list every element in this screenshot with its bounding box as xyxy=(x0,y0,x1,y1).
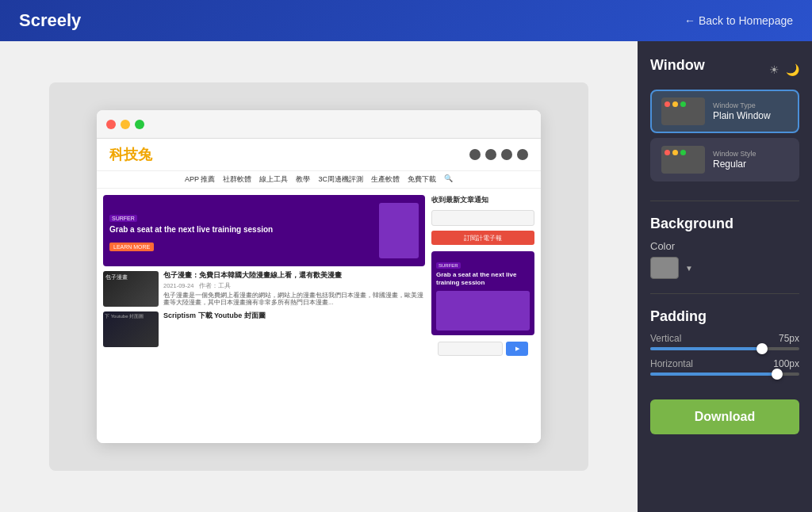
google-search-input[interactable] xyxy=(438,342,503,356)
thumb-dot-red xyxy=(665,101,670,107)
background-section: Background Color ▼ xyxy=(650,216,799,279)
horizontal-slider-thumb[interactable] xyxy=(772,369,783,380)
sb-surfer-badge: SURFER xyxy=(436,262,461,269)
site-social-icons xyxy=(469,149,528,160)
nav-free[interactable]: 免費下載 xyxy=(408,174,436,185)
horizontal-slider-value: 100px xyxy=(773,358,799,369)
sb-title: Grab a seat at the next live training se… xyxy=(436,271,530,288)
window-section: Window ☀ 🌙 Window Type Plain Window xyxy=(650,57,799,186)
sidebar-search-input[interactable] xyxy=(431,210,534,226)
social-icon-3 xyxy=(501,149,512,160)
site-main: SURFER Grab a seat at the next live trai… xyxy=(97,189,541,365)
window-type-option[interactable]: Window Type Plain Window xyxy=(650,90,799,133)
vertical-slider-track[interactable] xyxy=(650,347,799,350)
nav-tools[interactable]: 線上工具 xyxy=(259,174,288,185)
browser-titlebar xyxy=(97,110,541,139)
color-swatch[interactable] xyxy=(650,257,679,279)
site-sidebar: 收到最新文章通知 訂閱計電子報 SURFER Grab a seat at th… xyxy=(431,195,534,359)
site-articles: SURFER Grab a seat at the next live trai… xyxy=(103,195,425,359)
thumb-dot-yellow xyxy=(672,101,678,107)
window-section-header: Window ☀ 🌙 xyxy=(650,57,799,82)
window-section-title: Window xyxy=(650,57,705,74)
nav-social[interactable]: 社群軟體 xyxy=(223,174,251,185)
window-style-option[interactable]: Window Style Regular xyxy=(650,138,799,181)
window-type-label: Window Type xyxy=(713,101,788,109)
site-header: 科技兔 xyxy=(97,139,541,171)
dark-theme-icon[interactable]: 🌙 xyxy=(786,63,799,76)
banner-text: SURFER Grab a seat at the next live trai… xyxy=(109,209,374,252)
main-layout: 科技兔 APP 推薦 社群軟體 線上工具 教學 xyxy=(0,41,812,512)
banner-person-image xyxy=(379,203,419,258)
horizontal-slider-label: Horizontal xyxy=(650,358,693,369)
horizontal-slider-label-row: Horizontal 100px xyxy=(650,358,799,369)
nav-search-icon[interactable]: 🔍 xyxy=(444,174,453,185)
window-style-thumbnail xyxy=(661,146,705,174)
padding-section: Padding Vertical 75px Horizontal 100px xyxy=(650,308,799,384)
article-desc-1: 包子漫畫是一個免費網上看漫畫的網站，網站上的漫畫包括我們日本漫畫，韓國漫畫，歐美… xyxy=(163,292,425,308)
social-icon-1 xyxy=(469,149,481,160)
thumb2-dot-yellow xyxy=(672,150,678,155)
window-style-label: Window Style xyxy=(713,150,788,158)
vertical-slider-fill xyxy=(650,347,762,350)
browser-container: 科技兔 APP 推薦 社群軟體 線上工具 教學 xyxy=(49,82,588,471)
nav-tutorial[interactable]: 教學 xyxy=(296,174,310,185)
social-icon-4 xyxy=(517,149,528,160)
vertical-slider-thumb[interactable] xyxy=(756,343,768,354)
color-dropdown-arrow[interactable]: ▼ xyxy=(685,264,693,273)
minimize-button-dot xyxy=(121,120,130,129)
site-nav: APP 推薦 社群軟體 線上工具 教學 3C周邊機評測 生產軟體 免費下載 🔍 xyxy=(97,171,541,189)
social-icon-2 xyxy=(485,149,496,160)
window-type-info: Window Type Plain Window xyxy=(713,101,788,121)
nav-productivity[interactable]: 生產軟體 xyxy=(371,174,400,185)
divider-1 xyxy=(650,201,799,201)
thumb-dot-green xyxy=(680,101,686,107)
banner-title: Grab a seat at the next live training se… xyxy=(109,224,374,235)
window-style-value: Regular xyxy=(713,159,788,170)
sidebar-banner: SURFER Grab a seat at the next live trai… xyxy=(431,251,534,335)
color-row: ▼ xyxy=(650,257,799,279)
window-style-info: Window Style Regular xyxy=(713,150,788,170)
nav-reviews[interactable]: 3C周邊機評測 xyxy=(318,174,363,185)
padding-section-title: Padding xyxy=(650,308,799,325)
article-info-1: 包子漫畫：免費日本韓國大陸漫畫線上看，還有歡美漫畫 2021-09-24 作者：… xyxy=(163,271,425,307)
banner-large: SURFER Grab a seat at the next live trai… xyxy=(103,195,425,266)
sidebar-title: 收到最新文章通知 xyxy=(431,195,534,205)
article-title-2: Scriptism 下載 Youtube 封面圖 xyxy=(163,311,425,321)
banner-cta[interactable]: LEARN MORE xyxy=(109,243,154,251)
window-type-thumbnail xyxy=(661,97,705,125)
browser-content: 科技兔 APP 推薦 社群軟體 線上工具 教學 xyxy=(97,139,541,443)
theme-icons: ☀ 🌙 xyxy=(769,63,799,76)
vertical-slider-label: Vertical xyxy=(650,333,681,344)
article-info-2: Scriptism 下載 Youtube 封面圖 xyxy=(163,311,425,323)
sb-person-image xyxy=(436,291,530,331)
background-section-title: Background xyxy=(650,216,799,232)
right-panel: Window ☀ 🌙 Window Type Plain Window xyxy=(638,41,812,512)
google-search-btn[interactable]: ▶ xyxy=(506,342,528,356)
google-search: ▶ xyxy=(431,338,534,359)
color-label: Color xyxy=(650,240,799,252)
header: Screely ← Back to Homepage xyxy=(0,0,812,41)
divider-2 xyxy=(650,293,799,294)
back-to-homepage-link[interactable]: ← Back to Homepage xyxy=(684,14,793,27)
article-thumb-2: 下 Youtube 封面圖 xyxy=(103,311,159,347)
thumb2-dot-red xyxy=(665,150,670,155)
app-logo: Screely xyxy=(19,10,81,31)
horizontal-slider-row: Horizontal 100px xyxy=(650,358,799,376)
vertical-slider-label-row: Vertical 75px xyxy=(650,333,799,344)
browser-window: 科技兔 APP 推薦 社群軟體 線上工具 教學 xyxy=(97,110,541,443)
site-logo: 科技兔 xyxy=(109,145,152,164)
horizontal-slider-track[interactable] xyxy=(650,373,799,376)
sidebar-subscribe-btn[interactable]: 訂閱計電子報 xyxy=(431,231,534,245)
horizontal-slider-fill xyxy=(650,373,777,376)
banner-surfer-badge: SURFER xyxy=(109,215,137,222)
nav-app[interactable]: APP 推薦 xyxy=(185,174,215,185)
thumb2-dot-green xyxy=(680,150,686,155)
vertical-slider-row: Vertical 75px xyxy=(650,333,799,350)
light-theme-icon[interactable]: ☀ xyxy=(769,63,779,76)
maximize-button-dot xyxy=(135,120,144,129)
canvas-area: 科技兔 APP 推薦 社群軟體 線上工具 教學 xyxy=(0,41,638,512)
article-item-1: 包子漫畫 包子漫畫：免費日本韓國大陸漫畫線上看，還有歡美漫畫 2021-09-2… xyxy=(103,271,425,307)
download-button[interactable]: Download xyxy=(650,399,799,434)
article-item-2: 下 Youtube 封面圖 Scriptism 下載 Youtube 封面圖 xyxy=(103,311,425,347)
article-title-1: 包子漫畫：免費日本韓國大陸漫畫線上看，還有歡美漫畫 xyxy=(163,271,425,281)
